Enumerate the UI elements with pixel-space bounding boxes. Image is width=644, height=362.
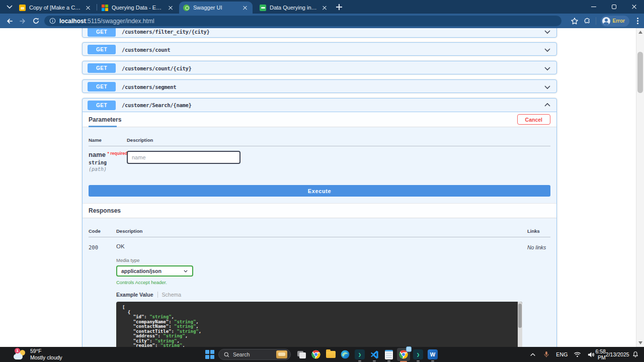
page-scrollbar[interactable] bbox=[636, 28, 644, 347]
clock[interactable]: 6:58 PM 2/13/2025 bbox=[598, 348, 627, 360]
microphone-tray-button[interactable] bbox=[539, 351, 553, 358]
language-indicator[interactable]: ENG bbox=[553, 351, 571, 357]
chevron-down-icon[interactable] bbox=[543, 64, 551, 72]
example-value-tab[interactable]: Example Value bbox=[116, 292, 153, 298]
tabs-divider bbox=[157, 292, 158, 298]
tab-close-icon[interactable] bbox=[85, 4, 92, 11]
profile-chip[interactable]: Error bbox=[601, 16, 629, 27]
windows-taskbar: 1 59°F Mostly cloudy Search ❯ ❯ bbox=[0, 347, 644, 362]
weather-widget[interactable]: 1 59°F Mostly cloudy bbox=[13, 348, 62, 360]
parameter-name-cell: name * required string (path) bbox=[89, 151, 127, 172]
task-view-button[interactable] bbox=[295, 348, 307, 360]
code-scrollbar[interactable] bbox=[518, 302, 522, 347]
chevron-down-icon[interactable] bbox=[543, 46, 551, 54]
endpoint-header[interactable]: GET /customer/Search/{name} bbox=[83, 99, 556, 112]
responses-header: Responses bbox=[83, 203, 556, 218]
execute-wrapper: Execute bbox=[83, 181, 556, 203]
tab-title: Swagger UI bbox=[193, 5, 238, 11]
extensions-icon[interactable] bbox=[583, 17, 591, 25]
tab-datacamp[interactable]: Data Querying in C#: Create an bbox=[256, 2, 332, 14]
green-doc-favicon-icon bbox=[260, 5, 266, 11]
bookmark-star-icon[interactable] bbox=[571, 17, 579, 25]
example-json-block: [ { "id": "string", "companyName": "stri… bbox=[116, 302, 522, 347]
tab-close-icon[interactable] bbox=[321, 4, 328, 11]
endpoint-count[interactable]: GET /customers/count bbox=[82, 42, 557, 56]
endpoint-count-city[interactable]: GET /customers/count/{city} bbox=[82, 61, 557, 74]
running-indicator bbox=[431, 360, 434, 362]
wifi-icon bbox=[574, 351, 581, 357]
minimize-button[interactable] bbox=[584, 0, 604, 14]
reload-button[interactable] bbox=[29, 15, 42, 28]
forward-button[interactable] bbox=[16, 15, 29, 28]
search-icon bbox=[224, 352, 229, 357]
wifi-tray-button[interactable] bbox=[571, 351, 584, 357]
terminal-button[interactable]: ❯ bbox=[354, 348, 366, 360]
endpoint-path: /customers/segment bbox=[122, 84, 176, 90]
name-parameter-input[interactable] bbox=[127, 151, 240, 164]
microphone-icon bbox=[543, 351, 549, 358]
endpoint-path: /customer/Search/{name} bbox=[122, 102, 192, 108]
code-line: "region": "string", bbox=[122, 343, 516, 347]
endpoint-path: /customers/count/{city} bbox=[122, 65, 192, 71]
cancel-button[interactable]: Cancel bbox=[517, 114, 550, 125]
endpoint-segment[interactable]: GET /customers/segment bbox=[82, 79, 557, 93]
notepad-icon bbox=[385, 350, 393, 359]
media-type-label: Media type bbox=[116, 257, 527, 263]
browser-toolbar: localhost:5115/swagger/index.html Error bbox=[0, 14, 644, 28]
maximize-button[interactable] bbox=[604, 0, 624, 14]
terminal-icon: ❯ bbox=[413, 349, 423, 359]
terminal-button-2[interactable]: ❯ bbox=[412, 348, 424, 360]
start-button[interactable] bbox=[205, 350, 214, 359]
scroll-up-arrow[interactable] bbox=[638, 31, 642, 34]
search-placeholder: Search bbox=[233, 351, 273, 357]
http-method-badge: GET bbox=[88, 101, 116, 110]
back-button[interactable] bbox=[3, 15, 16, 28]
edge-icon bbox=[340, 349, 350, 359]
close-icon bbox=[631, 4, 637, 10]
accept-header-note: Controls Accept header. bbox=[116, 280, 527, 285]
word-icon: W bbox=[428, 349, 438, 359]
close-button[interactable] bbox=[624, 0, 644, 14]
scroll-down-arrow[interactable] bbox=[638, 341, 642, 344]
taskbar-search[interactable]: Search bbox=[218, 349, 291, 360]
chevron-up-icon[interactable] bbox=[543, 101, 551, 109]
parameter-description-cell bbox=[127, 151, 240, 172]
maximize-icon bbox=[612, 5, 616, 9]
chrome-icon bbox=[311, 349, 321, 359]
tab-close-icon[interactable] bbox=[242, 4, 249, 11]
chevron-down-icon[interactable] bbox=[543, 83, 551, 91]
vscode-button[interactable] bbox=[368, 348, 380, 360]
media-type-select[interactable]: application/json bbox=[116, 265, 193, 277]
tab-efcore-docs[interactable]: Querying Data - EF Core | Micro bbox=[98, 2, 178, 14]
avatar bbox=[602, 17, 610, 25]
parameters-tab[interactable]: Parameters bbox=[89, 116, 121, 123]
new-tab-button[interactable] bbox=[335, 3, 343, 11]
word-button[interactable]: W bbox=[427, 348, 439, 360]
chrome-pinned-button[interactable] bbox=[310, 348, 322, 360]
tab-slides[interactable]: Copy of [Make a Copy] v.5.0 Sli bbox=[15, 2, 96, 14]
search-highlight-icon[interactable] bbox=[276, 350, 287, 358]
http-method-badge: GET bbox=[88, 45, 116, 54]
code-scrollbar-thumb[interactable] bbox=[518, 304, 522, 328]
site-info-icon[interactable] bbox=[49, 18, 56, 24]
tray-expand-button[interactable] bbox=[526, 352, 539, 357]
chrome-active-button[interactable] bbox=[397, 348, 410, 361]
tab-close-icon[interactable] bbox=[167, 4, 174, 11]
execute-button[interactable]: Execute bbox=[89, 185, 550, 197]
response-description-cell: OK Media type application/json Controls … bbox=[116, 243, 527, 347]
notification-center-button[interactable] bbox=[627, 351, 644, 358]
chevron-down-icon[interactable] bbox=[543, 28, 551, 36]
tab-swagger-active[interactable]: Swagger UI bbox=[179, 2, 253, 14]
schema-tab[interactable]: Schema bbox=[162, 292, 182, 298]
file-explorer-button[interactable] bbox=[325, 348, 337, 360]
tab-search-button[interactable] bbox=[5, 4, 14, 11]
edge-button[interactable] bbox=[339, 348, 351, 360]
browser-menu-button[interactable] bbox=[634, 17, 641, 25]
endpoint-path: /customers/count bbox=[122, 47, 170, 53]
endpoint-filter-city[interactable]: GET /customers/filter_city/{city} bbox=[82, 28, 557, 38]
scrollbar-thumb[interactable] bbox=[637, 52, 643, 93]
microsoft-favicon-icon bbox=[102, 5, 108, 11]
notepad-button[interactable] bbox=[383, 348, 395, 360]
address-bar[interactable]: localhost:5115/swagger/index.html bbox=[44, 16, 561, 26]
terminal-icon: ❯ bbox=[355, 349, 365, 359]
